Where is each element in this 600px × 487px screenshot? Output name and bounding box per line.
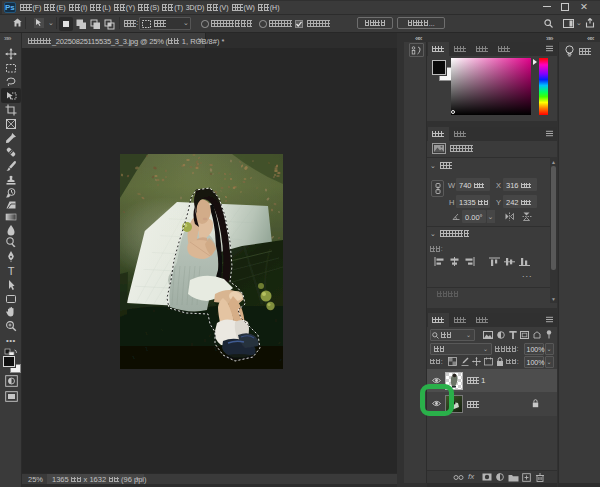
svg-text:T: T: [8, 265, 15, 277]
